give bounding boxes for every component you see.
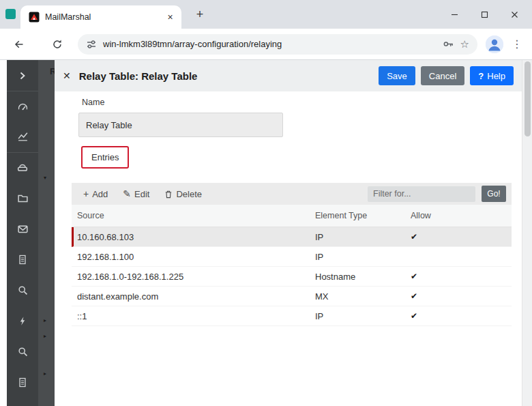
document-icon — [17, 254, 28, 265]
cell-allow: ✔ — [411, 291, 512, 301]
column-header-source[interactable]: Source — [77, 211, 315, 220]
sidebar-item-search[interactable] — [7, 275, 38, 306]
reload-icon — [52, 39, 63, 50]
panel-title: Relay Table: Relay Table — [79, 70, 373, 82]
tab-strip: MailMarshal × + — [0, 0, 532, 29]
cancel-button[interactable]: Cancel — [421, 66, 464, 85]
delete-button[interactable]: Delete — [158, 183, 208, 205]
table-row[interactable]: 192.168.1.0-192.168.1.225 Hostname ✔ — [72, 267, 512, 287]
cell-allow: ✔ — [411, 272, 512, 281]
tree-expand-arrow[interactable]: ▾ — [44, 175, 46, 181]
bookmark-star-icon[interactable]: ☆ — [460, 38, 469, 50]
table-row[interactable]: distant.example.com MX ✔ — [72, 287, 512, 306]
sidebar-item-expand[interactable] — [7, 60, 38, 91]
go-button[interactable]: Go! — [482, 186, 506, 202]
cell-element-type: IP — [315, 311, 411, 321]
sidebar-item-search-2[interactable] — [7, 336, 38, 367]
window-controls — [439, 0, 529, 29]
maximize-button[interactable] — [469, 0, 499, 29]
tree-collapse-arrow[interactable]: ▸ — [44, 318, 46, 323]
vertical-scrollbar[interactable] — [522, 60, 532, 406]
sidebar-item-actions[interactable] — [7, 306, 38, 336]
cell-source: 192.168.1.0-192.168.1.225 — [77, 272, 315, 282]
url-text[interactable]: win-lmkm3l89tmn/array-configuration/rela… — [103, 39, 437, 49]
cell-source: 10.160.68.103 — [77, 232, 315, 242]
search-icon — [17, 285, 29, 296]
panel-header: ✕ Relay Table: Relay Table Save Cancel ?… — [55, 60, 522, 91]
profile-avatar[interactable] — [486, 35, 503, 53]
scrollbar-thumb[interactable] — [524, 61, 531, 136]
help-question-icon: ? — [478, 71, 484, 81]
table-row[interactable]: 192.168.1.100 IP — [72, 247, 512, 267]
tree-collapse-arrow[interactable]: ▸ — [44, 334, 46, 339]
sidebar-item-dashboard[interactable] — [7, 91, 38, 121]
grid-rows: 10.160.68.103 IP ✔ 192.168.1.100 IP 192.… — [72, 227, 512, 326]
clipped-nav-label: R — [50, 66, 55, 76]
add-button[interactable]: + Add — [77, 183, 114, 205]
help-button[interactable]: ? Help — [470, 66, 514, 85]
document-icon — [17, 377, 28, 388]
sidebar-item-reports[interactable] — [7, 121, 38, 152]
column-header-element-type[interactable]: Element Type — [315, 211, 411, 220]
delete-label: Delete — [176, 189, 202, 199]
name-field-label: Name — [82, 98, 104, 107]
minimize-button[interactable] — [439, 0, 469, 29]
tab-title: MailMarshal — [45, 12, 159, 22]
maximize-icon — [481, 11, 488, 18]
close-window-button[interactable] — [499, 0, 529, 29]
address-bar[interactable]: win-lmkm3l89tmn/array-configuration/rela… — [78, 34, 477, 55]
back-arrow-icon — [14, 39, 25, 50]
edit-button[interactable]: ✎ Edit — [117, 183, 156, 205]
add-label: Add — [92, 189, 108, 199]
dashboard-gauge-icon — [17, 101, 29, 113]
password-key-icon[interactable] — [443, 38, 454, 50]
lightning-icon — [17, 315, 28, 327]
page-body: R ▾ ▸ ▸ ▸ ✕ Relay Table: Relay Table Sav… — [0, 60, 532, 406]
cell-source: 192.168.1.100 — [77, 252, 315, 262]
site-settings-icon[interactable] — [86, 39, 97, 50]
table-row[interactable]: 10.160.68.103 IP ✔ — [72, 227, 512, 247]
profile-person-icon — [486, 35, 503, 53]
column-header-allow[interactable]: Allow — [411, 211, 512, 220]
cell-allow: ✔ — [411, 311, 512, 321]
cell-element-type: IP — [315, 232, 411, 242]
sidebar-item-server[interactable] — [7, 152, 38, 183]
reload-button[interactable] — [48, 35, 67, 54]
app-sidebar — [7, 60, 38, 406]
tree-collapse-arrow[interactable]: ▸ — [44, 371, 46, 377]
relay-entries-table: Source Element Type Allow 10.160.68.103 … — [72, 205, 512, 326]
sidebar-item-docs[interactable] — [7, 367, 38, 398]
sidebar-item-mail[interactable] — [7, 214, 38, 244]
browser-toolbar: win-lmkm3l89tmn/array-configuration/rela… — [0, 29, 532, 60]
mailmarshal-favicon-icon — [29, 12, 40, 23]
pencil-icon: ✎ — [123, 188, 131, 199]
cell-element-type: IP — [315, 252, 411, 262]
cell-element-type: Hostname — [315, 272, 411, 282]
help-label: Help — [487, 71, 505, 81]
cell-source: distant.example.com — [77, 291, 315, 302]
sidebar-item-logs[interactable] — [7, 244, 38, 275]
close-window-icon — [511, 11, 518, 18]
collapsed-nav-strip: R ▾ ▸ ▸ ▸ — [38, 60, 55, 406]
name-input[interactable] — [78, 113, 283, 137]
panel-close-icon[interactable]: ✕ — [63, 70, 71, 81]
entries-tab-button[interactable]: Entries — [81, 146, 129, 169]
back-button[interactable] — [10, 35, 29, 54]
browser-window: MailMarshal × + — [0, 0, 532, 406]
table-header-row: Source Element Type Allow — [72, 205, 512, 227]
edit-label: Edit — [134, 189, 149, 199]
new-tab-button[interactable]: + — [191, 6, 209, 24]
cell-source: ::1 — [77, 311, 315, 321]
minimize-icon — [451, 11, 458, 18]
grid-toolbar: + Add ✎ Edit Delete Go! — [72, 183, 512, 205]
tab-close-icon[interactable]: × — [164, 12, 176, 23]
search-icon — [17, 346, 29, 358]
sidebar-item-folders[interactable] — [7, 183, 38, 214]
filter-input[interactable] — [368, 186, 475, 202]
browser-tab[interactable]: MailMarshal × — [20, 5, 181, 29]
save-button[interactable]: Save — [379, 66, 415, 85]
cell-element-type: MX — [315, 291, 411, 302]
plus-icon: + — [83, 188, 89, 199]
browser-menu-button[interactable]: ⋮ — [509, 35, 525, 54]
table-row[interactable]: ::1 IP ✔ — [72, 306, 512, 326]
